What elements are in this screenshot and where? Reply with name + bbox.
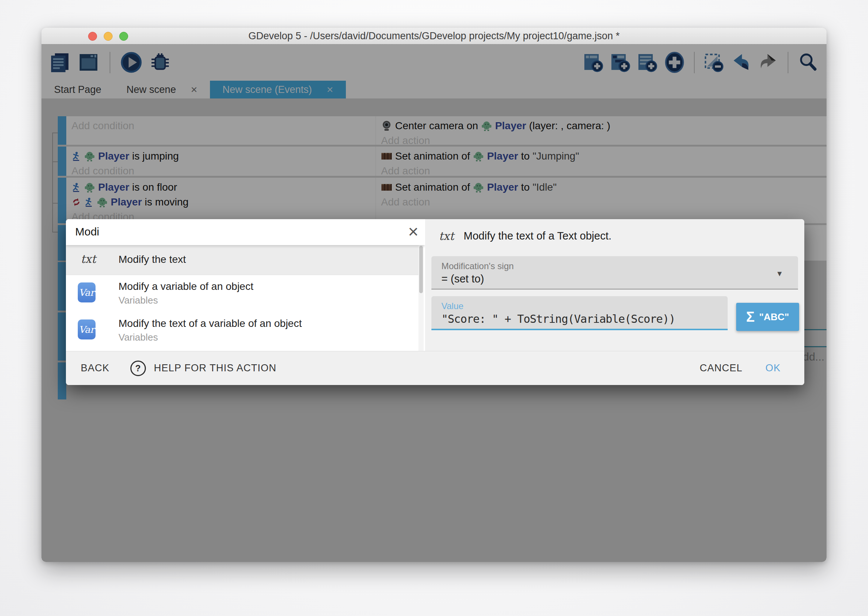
minimize-window-button[interactable] [104,32,113,41]
instruction-parameters-panel: txt Modify the text of a Text object. Mo… [425,219,804,351]
scrollbar-thumb[interactable] [419,246,423,293]
text-action-icon: txt [81,253,96,266]
instruction-editor-dialog: Modi × txt Modify the text Var Modify a … [66,219,804,385]
ok-button[interactable]: OK [766,362,781,374]
text-action-icon: txt [439,229,454,242]
selected-sign-value: = (set to) [442,273,484,285]
close-icon[interactable]: × [408,222,418,242]
abc-label: "ABC" [759,311,789,323]
dialog-actions-bar: BACK ? HELP FOR THIS ACTION CANCEL OK [66,351,804,385]
search-input[interactable]: Modi [75,225,99,238]
close-window-button[interactable] [88,32,97,41]
app-window: GDevelop 5 - /Users/david/Documents/GDev… [41,28,827,562]
list-item-modify-text-of-variable[interactable]: Var Modify the text of a variable of an … [66,314,418,348]
help-question-icon: ? [131,361,146,376]
instruction-search-panel: Modi × txt Modify the text Var Modify a … [66,219,425,351]
expression-input[interactable]: "Score: " + ToString(Variable(Score)) [442,313,675,325]
list-item-modify-variable[interactable]: Var Modify a variable of an object Varia… [66,277,418,311]
chevron-down-icon: ▼ [776,269,783,278]
zoom-window-button[interactable] [119,32,128,41]
titlebar: GDevelop 5 - /Users/david/Documents/GDev… [41,28,827,44]
instruction-header: txt Modify the text of a Text object. [439,229,612,242]
modification-sign-select[interactable]: Modification's sign = (set to) ▼ [431,256,798,289]
cancel-button[interactable]: CANCEL [700,362,742,374]
variable-icon: Var [78,283,96,302]
help-button[interactable]: ? HELP FOR THIS ACTION [131,361,277,376]
search-header: Modi × [66,219,425,245]
variable-icon: Var [78,319,96,339]
instruction-title: Modify the text of a Text object. [464,230,612,242]
field-label: Modification's sign [442,261,514,271]
sigma-icon: Σ [746,309,755,325]
traffic-lights [88,32,128,41]
list-item-modify-the-text[interactable]: txt Modify the text [66,245,418,275]
back-button[interactable]: BACK [81,362,110,374]
search-results-list: txt Modify the text Var Modify a variabl… [66,245,425,351]
open-expression-editor-button[interactable]: Σ "ABC" [736,303,799,331]
list-scrollbar[interactable] [418,245,424,351]
value-expression-field[interactable]: Value "Score: " + ToString(Variable(Scor… [431,296,728,330]
window-title: GDevelop 5 - /Users/david/Documents/GDev… [248,30,620,42]
field-label: Value [442,301,464,311]
